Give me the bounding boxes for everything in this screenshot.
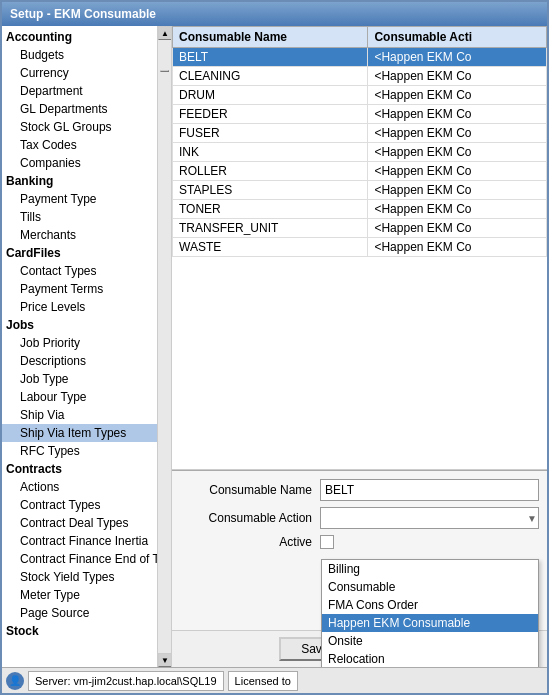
cell-action: <Happen EKM Co	[368, 143, 547, 162]
sidebar-item-payment-terms[interactable]: Payment Terms	[2, 280, 157, 298]
sidebar-section-jobs[interactable]: Jobs	[2, 316, 157, 334]
consumable-action-input[interactable]	[320, 507, 539, 529]
table-row[interactable]: WASTE<Happen EKM Co	[173, 238, 547, 257]
table-row[interactable]: STAPLES<Happen EKM Co	[173, 181, 547, 200]
cell-action: <Happen EKM Co	[368, 162, 547, 181]
consumable-table: Consumable Name Consumable Acti BELT<Hap…	[172, 26, 547, 257]
cell-action: <Happen EKM Co	[368, 67, 547, 86]
sidebar-item-contract-deal-types[interactable]: Contract Deal Types	[2, 514, 157, 532]
consumable-action-label: Consumable Action	[180, 511, 320, 525]
sidebar-item-merchants[interactable]: Merchants	[2, 226, 157, 244]
sidebar-item-descriptions[interactable]: Descriptions	[2, 352, 157, 370]
cell-action: <Happen EKM Co	[368, 219, 547, 238]
sidebar-item-contract-types[interactable]: Contract Types	[2, 496, 157, 514]
table-area[interactable]: Consumable Name Consumable Acti BELT<Hap…	[172, 26, 547, 470]
consumable-action-row: Consumable Action ▼	[180, 507, 539, 529]
table-row[interactable]: INK<Happen EKM Co	[173, 143, 547, 162]
consumable-name-label: Consumable Name	[180, 483, 320, 497]
cell-action: <Happen EKM Co	[368, 105, 547, 124]
cell-name: FEEDER	[173, 105, 368, 124]
scroll-thumb[interactable]	[160, 70, 169, 72]
table-row[interactable]: TONER<Happen EKM Co	[173, 200, 547, 219]
sidebar-tree[interactable]: AccountingBudgetsCurrencyDepartmentGL De…	[2, 26, 157, 667]
active-checkbox-container	[320, 535, 334, 549]
sidebar-scroll-container: AccountingBudgetsCurrencyDepartmentGL De…	[2, 26, 171, 667]
cell-name: BELT	[173, 48, 368, 67]
cell-name: TRANSFER_UNIT	[173, 219, 368, 238]
sidebar-item-tills[interactable]: Tills	[2, 208, 157, 226]
sidebar-item-department[interactable]: Department	[2, 82, 157, 100]
scroll-up-btn[interactable]: ▲	[158, 26, 172, 40]
sidebar-section-accounting[interactable]: Accounting	[2, 28, 157, 46]
sidebar-item-rfc-types[interactable]: RFC Types	[2, 442, 157, 460]
table-row[interactable]: CLEANING<Happen EKM Co	[173, 67, 547, 86]
sidebar-item-contract-finance-end-of-te[interactable]: Contract Finance End of Te	[2, 550, 157, 568]
sidebar-item-tax-codes[interactable]: Tax Codes	[2, 136, 157, 154]
cell-name: STAPLES	[173, 181, 368, 200]
main-window: Setup - EKM Consumable AccountingBudgets…	[0, 0, 549, 695]
title-bar: Setup - EKM Consumable	[2, 2, 547, 26]
table-row[interactable]: DRUM<Happen EKM Co	[173, 86, 547, 105]
consumable-name-input[interactable]	[320, 479, 539, 501]
scroll-down-btn[interactable]: ▼	[158, 653, 172, 667]
server-status: Server: vm-jim2cust.hap.local\SQL19	[28, 671, 224, 691]
sidebar-inner: AccountingBudgetsCurrencyDepartmentGL De…	[2, 26, 157, 642]
dropdown-item-onsite[interactable]: Onsite	[322, 632, 538, 650]
sidebar-item-stock-yield-types[interactable]: Stock Yield Types	[2, 568, 157, 586]
dropdown-item-happen-ekm-consumable[interactable]: Happen EKM Consumable	[322, 614, 538, 632]
sidebar-item-gl-departments[interactable]: GL Departments	[2, 100, 157, 118]
sidebar-item-stock-gl-groups[interactable]: Stock GL Groups	[2, 118, 157, 136]
sidebar-item-job-type[interactable]: Job Type	[2, 370, 157, 388]
sidebar: AccountingBudgetsCurrencyDepartmentGL De…	[2, 26, 172, 667]
action-dropdown[interactable]: BillingConsumableFMA Cons OrderHappen EK…	[321, 559, 539, 667]
sidebar-item-budgets[interactable]: Budgets	[2, 46, 157, 64]
sidebar-item-ship-via-item-types[interactable]: Ship Via Item Types	[2, 424, 157, 442]
cell-name: FUSER	[173, 124, 368, 143]
cell-name: ROLLER	[173, 162, 368, 181]
cell-action: <Happen EKM Co	[368, 181, 547, 200]
status-icon: 👤	[6, 672, 24, 690]
cell-action: <Happen EKM Co	[368, 124, 547, 143]
active-label: Active	[180, 535, 320, 549]
active-checkbox[interactable]	[320, 535, 334, 549]
window-title: Setup - EKM Consumable	[10, 7, 156, 21]
main-content: AccountingBudgetsCurrencyDepartmentGL De…	[2, 26, 547, 667]
sidebar-item-page-source[interactable]: Page Source	[2, 604, 157, 622]
cell-name: INK	[173, 143, 368, 162]
consumable-name-row: Consumable Name	[180, 479, 539, 501]
sidebar-item-price-levels[interactable]: Price Levels	[2, 298, 157, 316]
dropdown-item-fma-cons-order[interactable]: FMA Cons Order	[322, 596, 538, 614]
sidebar-scrollbar[interactable]: ▲ ▼	[157, 26, 171, 667]
cell-name: WASTE	[173, 238, 368, 257]
table-row[interactable]: FUSER<Happen EKM Co	[173, 124, 547, 143]
sidebar-section-stock[interactable]: Stock	[2, 622, 157, 640]
sidebar-item-meter-type[interactable]: Meter Type	[2, 586, 157, 604]
sidebar-item-ship-via[interactable]: Ship Via	[2, 406, 157, 424]
sidebar-section-banking[interactable]: Banking	[2, 172, 157, 190]
table-body: BELT<Happen EKM CoCLEANING<Happen EKM Co…	[173, 48, 547, 257]
cell-action: <Happen EKM Co	[368, 48, 547, 67]
sidebar-item-labour-type[interactable]: Labour Type	[2, 388, 157, 406]
col-header-name: Consumable Name	[173, 27, 368, 48]
dropdown-item-billing[interactable]: Billing	[322, 560, 538, 578]
sidebar-item-contact-types[interactable]: Contact Types	[2, 262, 157, 280]
sidebar-item-payment-type[interactable]: Payment Type	[2, 190, 157, 208]
sidebar-item-actions[interactable]: Actions	[2, 478, 157, 496]
cell-name: CLEANING	[173, 67, 368, 86]
table-row[interactable]: FEEDER<Happen EKM Co	[173, 105, 547, 124]
cell-name: DRUM	[173, 86, 368, 105]
sidebar-item-currency[interactable]: Currency	[2, 64, 157, 82]
table-row[interactable]: BELT<Happen EKM Co	[173, 48, 547, 67]
scroll-track	[158, 40, 171, 653]
sidebar-section-cardfiles[interactable]: CardFiles	[2, 244, 157, 262]
table-row[interactable]: ROLLER<Happen EKM Co	[173, 162, 547, 181]
table-row[interactable]: TRANSFER_UNIT<Happen EKM Co	[173, 219, 547, 238]
sidebar-item-job-priority[interactable]: Job Priority	[2, 334, 157, 352]
cell-action: <Happen EKM Co	[368, 238, 547, 257]
right-panel: Consumable Name Consumable Acti BELT<Hap…	[172, 26, 547, 667]
dropdown-item-consumable[interactable]: Consumable	[322, 578, 538, 596]
dropdown-item-relocation[interactable]: Relocation	[322, 650, 538, 667]
sidebar-section-contracts[interactable]: Contracts	[2, 460, 157, 478]
sidebar-item-contract-finance-inertia[interactable]: Contract Finance Inertia	[2, 532, 157, 550]
sidebar-item-companies[interactable]: Companies	[2, 154, 157, 172]
